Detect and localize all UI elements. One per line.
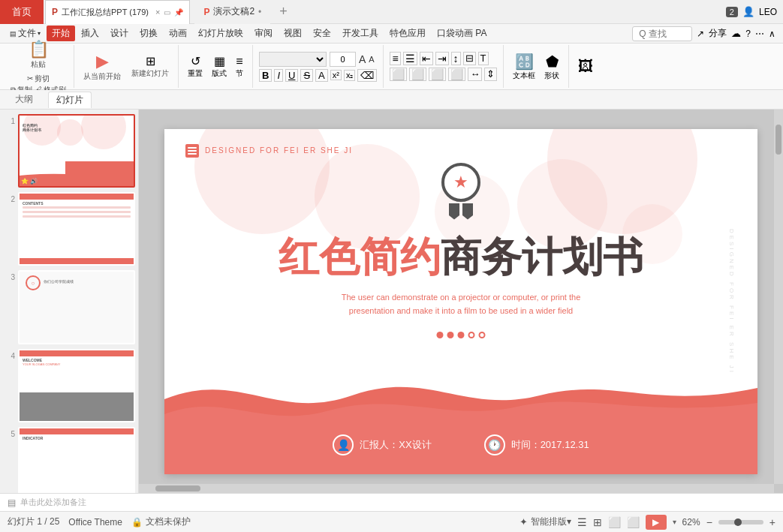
- slide-subtitle: The user can demonstrate on a projector …: [322, 290, 600, 318]
- slide-thumb-3[interactable]: 3 ○ 你们公司学院成绩: [3, 270, 135, 344]
- section-btn[interactable]: ≡ 节: [233, 53, 246, 80]
- text-dir-btn[interactable]: T: [478, 52, 489, 65]
- collapse-btn[interactable]: ∧: [769, 29, 775, 39]
- present-icon[interactable]: ⬜: [627, 516, 640, 528]
- justify-btn[interactable]: ⬜: [448, 68, 465, 81]
- grid-view-icon[interactable]: ⊞: [593, 516, 602, 528]
- font-size-down[interactable]: A: [369, 55, 374, 64]
- list-btn[interactable]: ≡: [390, 52, 400, 65]
- new-slide-btn[interactable]: ⊞ 新建幻灯片: [128, 53, 172, 80]
- tab-close-btn[interactable]: ×: [155, 8, 160, 17]
- font-select[interactable]: [259, 52, 327, 67]
- zoom-slider[interactable]: [718, 520, 763, 524]
- indent-left-btn[interactable]: ⇤: [420, 52, 433, 65]
- slide-1-icons: ⭐ 🔊: [20, 176, 39, 186]
- start-slide-btn[interactable]: ▶ 从当前开始: [80, 50, 124, 83]
- indent-right-btn[interactable]: ⇥: [435, 52, 449, 65]
- drawing-group: 🔠 文本框 ⬟ 形状: [504, 45, 569, 88]
- more-btn[interactable]: ⋯: [755, 29, 764, 39]
- underline-btn[interactable]: U: [285, 69, 298, 82]
- highlight-btn[interactable]: x²: [330, 70, 342, 80]
- clear-format-btn[interactable]: ⌫: [357, 69, 377, 82]
- slides-tab[interactable]: 幻灯片: [48, 92, 92, 108]
- num-badge: 2: [726, 7, 738, 17]
- slide-canvas[interactable]: DESIGNED FOR FEI ER SHE JI ★ 红色简约商务计划书: [164, 129, 757, 474]
- italic-btn[interactable]: I: [274, 69, 283, 82]
- menu-review[interactable]: 审阅: [249, 26, 278, 41]
- slide-thumb-2[interactable]: 2 CONTENTS: [3, 192, 135, 266]
- image-icon: 🖼: [578, 58, 593, 75]
- smart-label: 智能排版▾: [531, 515, 571, 528]
- slide-thumb-5[interactable]: 5 INDICATOR: [3, 427, 135, 493]
- cloud-icon: ☁: [731, 28, 741, 39]
- menu-insert[interactable]: 插入: [76, 26, 104, 41]
- play-icon2: ▶: [652, 517, 659, 527]
- header-icon: [185, 144, 199, 158]
- menu-slideshow[interactable]: 幻灯片放映: [193, 26, 248, 41]
- layout-icon: ▦: [214, 54, 225, 68]
- num-list-btn[interactable]: ☰: [403, 52, 417, 65]
- play-dropdown[interactable]: ▾: [673, 518, 676, 526]
- help-btn[interactable]: ?: [745, 29, 751, 39]
- menu-pocket[interactable]: 口袋动画 PA: [432, 26, 492, 41]
- share-label[interactable]: 分享: [709, 27, 727, 40]
- play-btn[interactable]: ▶: [646, 515, 667, 530]
- align-center-btn[interactable]: ⬜: [409, 68, 426, 81]
- security-item[interactable]: 🔒 文档未保护: [131, 515, 191, 528]
- shape-btn[interactable]: ⬟ 形状: [541, 51, 562, 83]
- slide-thumb-1[interactable]: 1 红色简约商务计划书: [3, 114, 135, 188]
- slide-thumb-4[interactable]: 4 WELCOME YOUR SLOGAN COMPANY: [3, 349, 135, 422]
- font-size-up[interactable]: A: [359, 53, 366, 65]
- menu-security[interactable]: 安全: [308, 26, 336, 41]
- smart-layout-btn[interactable]: ✦ 智能排版▾: [519, 515, 571, 528]
- menu-animate[interactable]: 动画: [164, 26, 192, 41]
- textbox-icon: 🔠: [515, 53, 534, 71]
- reader-view-icon[interactable]: ⬜: [608, 516, 621, 528]
- outline-tab[interactable]: 大纲: [8, 92, 41, 107]
- comment-bar[interactable]: ▤ 单击此处添加备注: [0, 493, 783, 511]
- strike-btn[interactable]: S: [300, 69, 313, 82]
- spacing-btn[interactable]: ↔: [468, 68, 482, 81]
- paste-btn[interactable]: 📋 粘贴: [26, 38, 52, 71]
- menu-view[interactable]: 视图: [279, 26, 307, 41]
- doc-tab[interactable]: P 演示文稿2 •: [194, 0, 270, 24]
- font-size-input[interactable]: [330, 52, 356, 67]
- canvas-area: DESIGNED FOR FEI ER SHE JI ★ 红色简约商务计划书: [139, 110, 783, 493]
- align-right-btn[interactable]: ⬜: [429, 68, 446, 81]
- new-tab-btn[interactable]: +: [270, 0, 297, 24]
- line-spacing-btn[interactable]: ↕: [451, 52, 461, 65]
- tab-pin-btn[interactable]: 📌: [174, 8, 183, 17]
- tab-min-btn[interactable]: ▭: [164, 8, 170, 17]
- bold-btn[interactable]: B: [259, 69, 272, 82]
- zoom-in-btn[interactable]: +: [769, 516, 775, 528]
- home-tab[interactable]: 首页: [0, 0, 44, 24]
- image-btn[interactable]: 🖼: [575, 56, 596, 77]
- menu-special[interactable]: 特色应用: [384, 26, 431, 41]
- cut-icon: ✂: [27, 74, 33, 83]
- menu-switch[interactable]: 切换: [134, 26, 163, 41]
- para-spacing-btn[interactable]: ⇕: [484, 68, 497, 81]
- reporter-item: 👤 汇报人：XX设计: [333, 434, 431, 455]
- slide-num-4: 4: [3, 349, 15, 360]
- image-group: 🖼: [569, 45, 602, 88]
- ppt-tab-label: 工作汇报总结PPT (179): [62, 7, 149, 18]
- menu-devtools[interactable]: 开发工具: [337, 26, 384, 41]
- col-btn[interactable]: ⊟: [463, 52, 476, 65]
- menu-design[interactable]: 设计: [105, 26, 134, 41]
- dropdown-icon: ▤: [10, 30, 17, 38]
- zoom-out-btn[interactable]: −: [706, 516, 712, 528]
- chevron-icon: ▾: [38, 30, 41, 37]
- v-scrollbar[interactable]: [774, 110, 783, 484]
- h-scrollbar[interactable]: [139, 484, 774, 493]
- align-left-btn[interactable]: ⬜: [390, 68, 407, 81]
- layout-btn[interactable]: ▦ 版式: [209, 53, 230, 80]
- lock-icon: 🔒: [131, 517, 143, 527]
- subscript-btn[interactable]: x₂: [344, 70, 356, 81]
- cut-btn[interactable]: ✂ 剪切: [27, 74, 50, 84]
- reset-btn[interactable]: ↺ 重置: [185, 53, 206, 80]
- search-input[interactable]: [632, 26, 692, 41]
- list-view-icon[interactable]: ☰: [577, 516, 587, 528]
- textbox-btn[interactable]: 🔠 文本框: [510, 51, 538, 83]
- ppt-tab[interactable]: P 工作汇报总结PPT (179) × ▭ 📌: [45, 0, 190, 24]
- font-color-btn[interactable]: A: [315, 69, 328, 82]
